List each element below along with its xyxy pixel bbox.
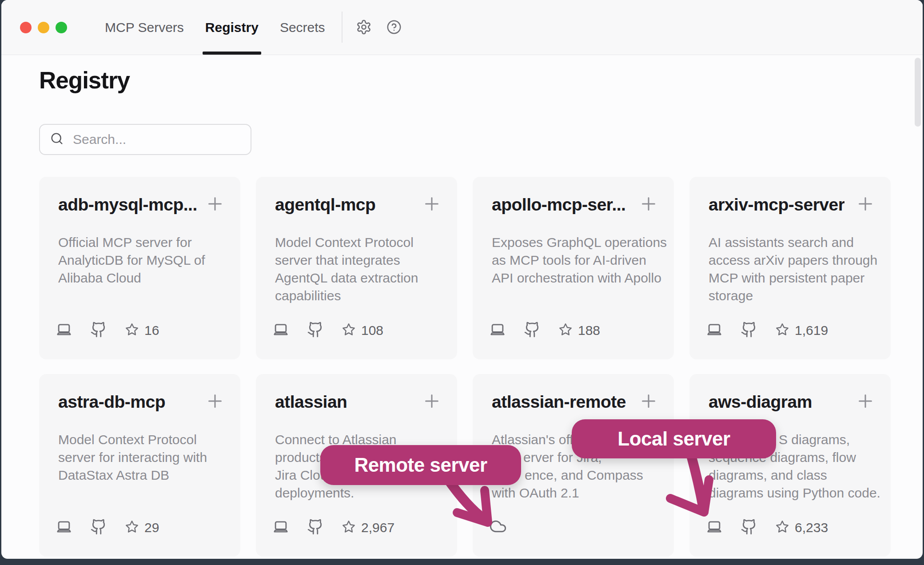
add-server-button[interactable] [855, 391, 876, 413]
add-server-button[interactable] [422, 391, 442, 413]
tab-registry[interactable]: Registry [205, 0, 259, 55]
description-line: Official MCP server for [58, 234, 221, 251]
github-icon [524, 321, 541, 340]
description-line: diagrams using Python code. [709, 484, 872, 502]
star-icon [125, 520, 139, 536]
title-bar: MCP Servers Registry Secrets [1, 0, 923, 55]
help-button[interactable] [386, 20, 402, 35]
remote-server-callout-label: Remote server [354, 454, 487, 476]
laptop-icon [56, 518, 72, 537]
server-card-arxiv-mcp-server[interactable]: arxiv-mcp-server AI assistants search an… [689, 177, 891, 359]
description-line: API orchestration with Apollo [492, 269, 655, 287]
star-icon [125, 322, 139, 338]
add-server-button[interactable] [205, 194, 225, 216]
server-description: Model Context Protocol server for intera… [39, 431, 240, 484]
local-server-callout-label: Local server [617, 428, 730, 450]
server-name: atlassian-remote [492, 392, 626, 412]
description-line: Model Context Protocol [58, 431, 221, 449]
plus-icon [638, 194, 659, 214]
description-line: ence, and Compass [525, 466, 655, 484]
star-icon [775, 322, 789, 338]
header-tabs: MCP Servers Registry Secrets [105, 0, 325, 55]
plus-icon [422, 391, 442, 411]
description-line: with OAuth 2.1 [492, 484, 655, 502]
add-server-button[interactable] [422, 194, 442, 216]
active-tab-underline [203, 52, 261, 55]
plus-icon [638, 391, 659, 411]
server-description: Official MCP server for AnalyticDB for M… [39, 234, 240, 287]
add-server-button[interactable] [205, 391, 225, 413]
server-card-agentql-mcp[interactable]: agentql-mcp Model Context Protocol serve… [256, 177, 457, 359]
description-line: Exposes GraphQL operations [492, 234, 655, 251]
server-name: astra-db-mcp [58, 392, 165, 412]
tab-label: MCP Servers [105, 20, 184, 35]
server-name: aws-diagram [709, 392, 812, 412]
tab-label: Secrets [280, 20, 325, 35]
server-name: arxiv-mcp-server [709, 195, 844, 215]
star-icon [342, 322, 356, 338]
star-count: 16 [144, 323, 159, 338]
star-count: 1,619 [795, 323, 828, 338]
add-server-button[interactable] [855, 194, 876, 216]
close-window-button[interactable] [20, 22, 32, 33]
description-line: storage [709, 287, 872, 305]
laptop-icon [56, 321, 72, 340]
laptop-icon [489, 321, 506, 340]
server-description: AI assistants search and access arXiv pa… [689, 234, 891, 305]
search-icon [50, 131, 64, 147]
description-line: deployments. [275, 484, 438, 502]
github-icon [307, 518, 324, 537]
description-line: diagrams, and class [709, 466, 872, 484]
laptop-icon [706, 518, 723, 537]
server-card-astra-db-mcp[interactable]: astra-db-mcp Model Context Protocol serv… [39, 374, 240, 557]
server-name: apollo-mcp-ser... [492, 195, 625, 215]
description-line: Alibaba Cloud [58, 269, 221, 287]
github-icon [307, 321, 324, 340]
description-line: Model Context Protocol [275, 234, 438, 251]
cloud-icon [489, 517, 507, 537]
server-description: Exposes GraphQL operations as MCP tools … [473, 234, 674, 287]
description-line: AI assistants search and [709, 234, 872, 251]
server-description: Model Context Protocol server that integ… [256, 234, 457, 305]
server-card-adb-mysql-mcp[interactable]: adb-mysql-mcp... Official MCP server for… [39, 177, 240, 359]
star-count: 2,967 [361, 520, 394, 535]
help-circle-icon [386, 20, 402, 35]
server-card-grid: adb-mysql-mcp... Official MCP server for… [39, 177, 891, 557]
plus-icon [422, 194, 442, 214]
github-icon [741, 321, 757, 340]
description-line: DataStax Astra DB [58, 466, 221, 484]
vertical-scrollbar-thumb[interactable] [915, 58, 921, 127]
description-line: AnalyticDB for MySQL of [58, 251, 221, 269]
description-line: server for interacting with [58, 449, 221, 466]
github-icon [90, 321, 107, 340]
server-name: agentql-mcp [275, 195, 375, 215]
app-window: MCP Servers Registry Secrets Registry [1, 0, 923, 559]
laptop-icon [706, 321, 723, 340]
description-line: S diagrams, [779, 431, 872, 449]
laptop-icon [272, 321, 289, 340]
github-icon [741, 518, 757, 537]
description-line: as MCP tools for AI-driven [492, 251, 655, 269]
add-server-button[interactable] [638, 194, 659, 216]
add-server-button[interactable] [638, 391, 659, 413]
description-line: access arXiv papers through [709, 251, 872, 269]
zoom-window-button[interactable] [56, 22, 67, 33]
server-card-apollo-mcp-server[interactable]: apollo-mcp-ser... Exposes GraphQL operat… [473, 177, 674, 359]
tab-mcp-servers[interactable]: MCP Servers [105, 0, 184, 55]
tab-secrets[interactable]: Secrets [280, 0, 325, 55]
star-count: 6,233 [795, 520, 828, 535]
search-input[interactable] [72, 131, 243, 147]
description-line: server that integrates [275, 251, 438, 269]
settings-button[interactable] [356, 19, 372, 35]
header-divider [342, 12, 343, 43]
plus-icon [205, 194, 225, 214]
plus-icon [855, 391, 876, 411]
star-count: 188 [578, 323, 600, 338]
minimize-window-button[interactable] [38, 22, 49, 33]
server-name: adb-mysql-mcp... [58, 195, 197, 215]
description-line: AgentQL data extraction [275, 269, 438, 287]
page-title: Registry [39, 67, 130, 94]
server-card-aws-diagram[interactable]: aws-diagram S diagrams, sequence diagram… [689, 374, 891, 557]
tab-label: Registry [205, 20, 259, 35]
laptop-icon [272, 518, 289, 537]
